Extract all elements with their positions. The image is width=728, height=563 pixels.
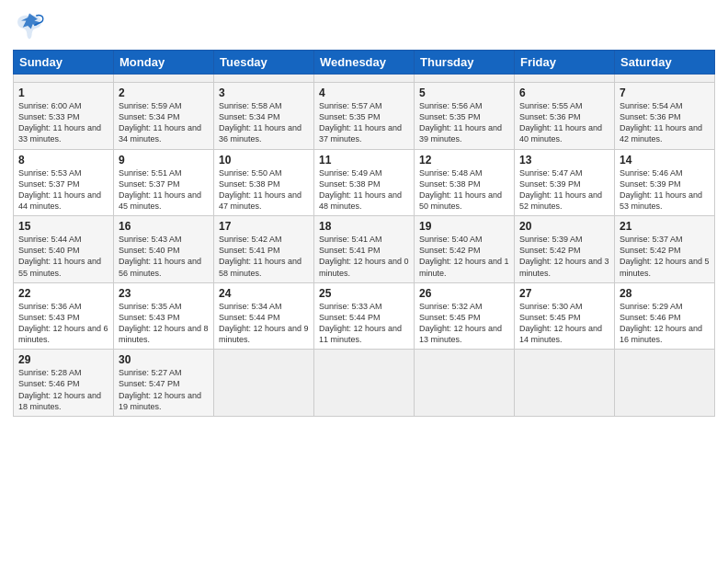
- weekday-header: Monday: [114, 51, 214, 75]
- calendar-cell: [214, 350, 314, 417]
- day-number: 7: [620, 86, 710, 99]
- calendar-table: SundayMondayTuesdayWednesdayThursdayFrid…: [13, 50, 715, 417]
- calendar-cell: 3Sunrise: 5:58 AMSunset: 5:34 PMDaylight…: [214, 83, 314, 150]
- day-number: 5: [419, 86, 509, 99]
- day-detail: Sunrise: 5:56 AMSunset: 5:35 PMDaylight:…: [419, 100, 509, 145]
- calendar-cell: 4Sunrise: 5:57 AMSunset: 5:35 PMDaylight…: [314, 83, 415, 150]
- day-detail: Sunrise: 5:35 AMSunset: 5:43 PMDaylight:…: [119, 301, 209, 346]
- calendar-cell: 12Sunrise: 5:48 AMSunset: 5:38 PMDayligh…: [415, 149, 515, 216]
- weekday-header: Friday: [515, 51, 615, 75]
- calendar-row: [14, 75, 715, 83]
- calendar-cell: 21Sunrise: 5:37 AMSunset: 5:42 PMDayligh…: [615, 216, 715, 283]
- day-detail: Sunrise: 5:27 AMSunset: 5:47 PMDaylight:…: [119, 367, 209, 412]
- day-detail: Sunrise: 5:58 AMSunset: 5:34 PMDaylight:…: [219, 100, 309, 145]
- day-number: 24: [219, 287, 309, 300]
- calendar-cell: [214, 75, 314, 83]
- day-number: 6: [519, 86, 609, 99]
- weekday-header-row: SundayMondayTuesdayWednesdayThursdayFrid…: [14, 51, 715, 75]
- logo-icon: [13, 9, 46, 42]
- day-detail: Sunrise: 5:57 AMSunset: 5:35 PMDaylight:…: [319, 100, 409, 145]
- calendar-cell: 23Sunrise: 5:35 AMSunset: 5:43 PMDayligh…: [114, 282, 214, 350]
- calendar-cell: 10Sunrise: 5:50 AMSunset: 5:38 PMDayligh…: [214, 149, 314, 216]
- day-detail: Sunrise: 5:36 AMSunset: 5:43 PMDaylight:…: [18, 301, 108, 346]
- day-number: 11: [319, 154, 409, 167]
- calendar-row: 1Sunrise: 6:00 AMSunset: 5:33 PMDaylight…: [14, 83, 715, 150]
- calendar-cell: 8Sunrise: 5:53 AMSunset: 5:37 PMDaylight…: [14, 149, 114, 216]
- day-detail: Sunrise: 5:48 AMSunset: 5:38 PMDaylight:…: [419, 167, 509, 213]
- calendar-cell: 28Sunrise: 5:29 AMSunset: 5:46 PMDayligh…: [615, 282, 715, 350]
- weekday-header: Thursday: [415, 51, 515, 75]
- day-number: 2: [119, 86, 209, 99]
- day-number: 29: [18, 353, 108, 366]
- calendar-cell: [615, 75, 715, 83]
- day-detail: Sunrise: 5:46 AMSunset: 5:39 PMDaylight:…: [620, 167, 710, 213]
- calendar-cell: 26Sunrise: 5:32 AMSunset: 5:45 PMDayligh…: [415, 282, 515, 350]
- day-detail: Sunrise: 5:59 AMSunset: 5:34 PMDaylight:…: [119, 100, 209, 145]
- calendar-cell: 9Sunrise: 5:51 AMSunset: 5:37 PMDaylight…: [114, 149, 214, 216]
- calendar-cell: 17Sunrise: 5:42 AMSunset: 5:41 PMDayligh…: [214, 216, 314, 283]
- day-number: 4: [319, 86, 409, 99]
- day-detail: Sunrise: 5:41 AMSunset: 5:41 PMDaylight:…: [319, 234, 409, 279]
- calendar-row: 15Sunrise: 5:44 AMSunset: 5:40 PMDayligh…: [14, 216, 715, 283]
- day-number: 25: [319, 287, 409, 300]
- day-detail: Sunrise: 5:54 AMSunset: 5:36 PMDaylight:…: [620, 100, 710, 145]
- calendar-row: 8Sunrise: 5:53 AMSunset: 5:37 PMDaylight…: [14, 149, 715, 216]
- day-detail: Sunrise: 5:53 AMSunset: 5:37 PMDaylight:…: [18, 167, 108, 213]
- day-detail: Sunrise: 6:00 AMSunset: 5:33 PMDaylight:…: [18, 100, 108, 145]
- calendar-cell: 11Sunrise: 5:49 AMSunset: 5:38 PMDayligh…: [314, 149, 415, 216]
- day-number: 9: [119, 154, 209, 167]
- calendar-cell: 25Sunrise: 5:33 AMSunset: 5:44 PMDayligh…: [314, 282, 415, 350]
- page: SundayMondayTuesdayWednesdayThursdayFrid…: [0, 0, 728, 563]
- header: [13, 9, 715, 42]
- calendar-cell: [515, 75, 615, 83]
- day-number: 1: [18, 86, 108, 99]
- day-detail: Sunrise: 5:30 AMSunset: 5:45 PMDaylight:…: [519, 301, 609, 346]
- day-number: 14: [620, 154, 710, 167]
- day-number: 3: [219, 86, 309, 99]
- calendar-cell: 5Sunrise: 5:56 AMSunset: 5:35 PMDaylight…: [415, 83, 515, 150]
- calendar-cell: 14Sunrise: 5:46 AMSunset: 5:39 PMDayligh…: [615, 149, 715, 216]
- calendar-cell: 29Sunrise: 5:28 AMSunset: 5:46 PMDayligh…: [14, 350, 114, 417]
- day-detail: Sunrise: 5:32 AMSunset: 5:45 PMDaylight:…: [419, 301, 509, 346]
- calendar-cell: 6Sunrise: 5:55 AMSunset: 5:36 PMDaylight…: [515, 83, 615, 150]
- day-number: 23: [119, 287, 209, 300]
- day-detail: Sunrise: 5:42 AMSunset: 5:41 PMDaylight:…: [219, 234, 309, 279]
- day-detail: Sunrise: 5:29 AMSunset: 5:46 PMDaylight:…: [620, 301, 710, 346]
- day-number: 17: [219, 220, 309, 233]
- calendar-cell: [314, 75, 415, 83]
- calendar-cell: 24Sunrise: 5:34 AMSunset: 5:44 PMDayligh…: [214, 282, 314, 350]
- day-number: 8: [18, 154, 108, 167]
- calendar-cell: [515, 350, 615, 417]
- day-number: 13: [519, 154, 609, 167]
- calendar-cell: 22Sunrise: 5:36 AMSunset: 5:43 PMDayligh…: [14, 282, 114, 350]
- calendar-cell: 20Sunrise: 5:39 AMSunset: 5:42 PMDayligh…: [515, 216, 615, 283]
- calendar-cell: 13Sunrise: 5:47 AMSunset: 5:39 PMDayligh…: [515, 149, 615, 216]
- day-number: 16: [119, 220, 209, 233]
- day-detail: Sunrise: 5:47 AMSunset: 5:39 PMDaylight:…: [519, 167, 609, 213]
- calendar-cell: 30Sunrise: 5:27 AMSunset: 5:47 PMDayligh…: [114, 350, 214, 417]
- day-number: 26: [419, 287, 509, 300]
- calendar-cell: 1Sunrise: 6:00 AMSunset: 5:33 PMDaylight…: [14, 83, 114, 150]
- calendar-cell: [415, 75, 515, 83]
- day-number: 15: [18, 220, 108, 233]
- calendar-cell: [14, 75, 114, 83]
- calendar-cell: 27Sunrise: 5:30 AMSunset: 5:45 PMDayligh…: [515, 282, 615, 350]
- calendar-cell: 15Sunrise: 5:44 AMSunset: 5:40 PMDayligh…: [14, 216, 114, 283]
- calendar-cell: 19Sunrise: 5:40 AMSunset: 5:42 PMDayligh…: [415, 216, 515, 283]
- day-number: 27: [519, 287, 609, 300]
- weekday-header: Wednesday: [314, 51, 415, 75]
- weekday-header: Saturday: [615, 51, 715, 75]
- logo: [13, 9, 48, 42]
- day-number: 12: [419, 154, 509, 167]
- day-detail: Sunrise: 5:33 AMSunset: 5:44 PMDaylight:…: [319, 301, 409, 346]
- day-number: 20: [519, 220, 609, 233]
- calendar-row: 22Sunrise: 5:36 AMSunset: 5:43 PMDayligh…: [14, 282, 715, 350]
- calendar-cell: 7Sunrise: 5:54 AMSunset: 5:36 PMDaylight…: [615, 83, 715, 150]
- weekday-header: Tuesday: [214, 51, 314, 75]
- day-detail: Sunrise: 5:44 AMSunset: 5:40 PMDaylight:…: [18, 234, 108, 279]
- calendar-cell: 18Sunrise: 5:41 AMSunset: 5:41 PMDayligh…: [314, 216, 415, 283]
- day-number: 21: [620, 220, 710, 233]
- day-detail: Sunrise: 5:49 AMSunset: 5:38 PMDaylight:…: [319, 167, 409, 213]
- day-detail: Sunrise: 5:39 AMSunset: 5:42 PMDaylight:…: [519, 234, 609, 279]
- day-detail: Sunrise: 5:34 AMSunset: 5:44 PMDaylight:…: [219, 301, 309, 346]
